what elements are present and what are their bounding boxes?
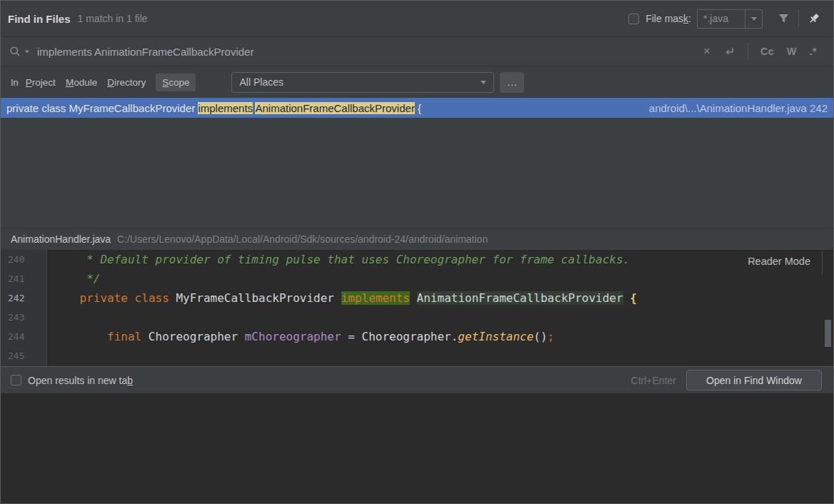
toolbar-separator — [798, 10, 799, 27]
code-preview: 240 * Default provider of timing pulse t… — [1, 250, 833, 366]
window-edge — [1, 393, 833, 503]
open-in-find-window-button[interactable]: Open in Find Window — [686, 370, 822, 390]
code-line: 244 final Choreographer mChoreographer =… — [1, 327, 833, 346]
match-case-toggle[interactable]: Cc — [754, 46, 780, 57]
search-history-chevron-icon — [25, 50, 29, 53]
find-in-files-dialog: Find in Files 1 match in 1 file File mas… — [0, 0, 834, 504]
code-line: 245 — [1, 346, 833, 366]
chevron-down-icon — [481, 81, 486, 84]
preview-file-name: AnimationHandler.java — [11, 233, 111, 245]
tab-project[interactable]: Project — [26, 77, 56, 88]
scope-combo[interactable]: All Places — [231, 72, 494, 93]
filter-icon[interactable] — [774, 9, 793, 28]
search-field[interactable]: implements AnimationFrameCallbackProvide… — [1, 36, 833, 66]
file-mask-checkbox[interactable] — [628, 14, 639, 24]
scope-filters: In Project Module Directory Scope All Pl… — [1, 66, 833, 98]
result-row[interactable]: private class MyFrameCallbackProvider im… — [1, 98, 833, 118]
dialog-header: Find in Files 1 match in 1 file File mas… — [1, 1, 833, 36]
results-list: private class MyFrameCallbackProvider im… — [1, 98, 833, 118]
results-empty-area — [1, 118, 833, 228]
file-mask-combo[interactable]: *.java — [697, 9, 763, 29]
newline-icon[interactable] — [717, 46, 742, 57]
chevron-down-icon — [751, 17, 757, 21]
preview-file-path: C:/Users/Lenovo/AppData/Local/Android/Sd… — [117, 233, 488, 245]
code-line: 240 * Default provider of timing pulse t… — [1, 250, 833, 269]
dialog-footer: Open results in new tab Ctrl+Enter Open … — [1, 366, 833, 393]
result-location: android\...\AnimationHandler.java 242 — [635, 102, 828, 114]
tab-module[interactable]: Module — [66, 77, 97, 88]
code-line: 242 private class MyFrameCallbackProvide… — [1, 288, 833, 308]
preview-scrollbar-thumb[interactable] — [825, 320, 831, 347]
reader-mode-button[interactable]: Reader Mode — [743, 254, 815, 268]
tab-scope[interactable]: Scope — [156, 74, 196, 91]
dialog-title: Find in Files — [8, 13, 71, 25]
code-line: 241 */ — [1, 269, 833, 288]
scope-value: All Places — [239, 76, 481, 88]
search-controls-separator — [748, 43, 748, 60]
file-mask-dropdown-button[interactable] — [745, 10, 762, 28]
code-line: 243 — [1, 308, 833, 327]
in-label: In — [11, 77, 19, 88]
tab-directory[interactable]: Directory — [107, 77, 146, 88]
open-results-new-tab-label: Open results in new tab — [28, 375, 133, 386]
regex-toggle[interactable]: .* — [803, 46, 823, 57]
file-mask-label: File mask: — [645, 13, 691, 24]
reader-mode-separator — [822, 251, 823, 275]
search-input[interactable]: implements AnimationFrameCallbackProvide… — [37, 46, 697, 58]
search-icon[interactable] — [9, 46, 30, 58]
file-mask-value: *.java — [698, 13, 745, 24]
shortcut-hint: Ctrl+Enter — [631, 375, 676, 386]
scope-browse-button[interactable]: ... — [500, 72, 524, 93]
whole-words-toggle[interactable]: W — [780, 46, 803, 57]
clear-search-icon[interactable]: × — [697, 45, 717, 58]
open-results-new-tab-checkbox[interactable] — [11, 375, 21, 385]
pin-icon[interactable] — [805, 9, 823, 28]
preview-header: AnimationHandler.java C:/Users/Lenovo/Ap… — [1, 228, 833, 250]
match-summary: 1 match in 1 file — [78, 13, 148, 24]
